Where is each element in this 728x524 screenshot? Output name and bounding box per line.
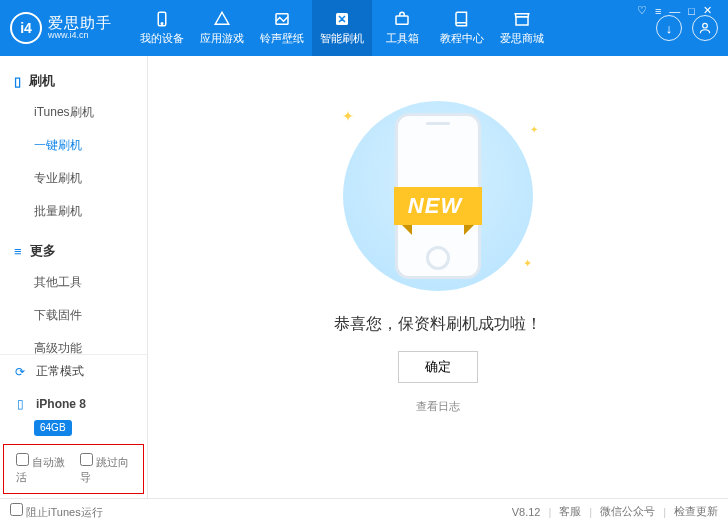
flash-options: 自动激活 跳过向导 bbox=[4, 445, 143, 493]
success-message: 恭喜您，保资料刷机成功啦！ bbox=[334, 314, 542, 335]
store-icon bbox=[513, 10, 531, 28]
tab-tutorials[interactable]: 教程中心 bbox=[432, 0, 492, 56]
refresh-icon: ⟳ bbox=[12, 364, 28, 380]
top-nav: 我的设备 应用游戏 铃声壁纸 智能刷机 工具箱 教程中心 爱思商城 bbox=[132, 0, 648, 56]
close-button[interactable]: ✕ bbox=[703, 4, 712, 17]
footer-link-wechat[interactable]: 微信公众号 bbox=[600, 504, 655, 519]
logo: i4 爱思助手 www.i4.cn bbox=[10, 12, 112, 44]
new-ribbon: NEW bbox=[394, 187, 482, 225]
sidebar-item-batch-flash[interactable]: 批量刷机 bbox=[0, 195, 147, 228]
main: ▯ 刷机 iTunes刷机 一键刷机 专业刷机 批量刷机 ≡ 更多 其他工具 下… bbox=[0, 56, 728, 498]
footer: 阻止iTunes运行 V8.12 | 客服 | 微信公众号 | 检查更新 bbox=[0, 498, 728, 524]
app-title: 爱思助手 bbox=[48, 15, 112, 32]
sparkle-icon: ✦ bbox=[342, 108, 354, 124]
sidebar-item-other-tools[interactable]: 其他工具 bbox=[0, 266, 147, 299]
header-right: ♡ ≡ — □ ✕ ↓ bbox=[656, 15, 718, 41]
menu-icon[interactable]: ≡ bbox=[655, 5, 661, 17]
apps-icon bbox=[213, 10, 231, 28]
tab-my-device[interactable]: 我的设备 bbox=[132, 0, 192, 56]
checkbox-skip-wizard[interactable]: 跳过向导 bbox=[80, 453, 132, 485]
tab-label: 我的设备 bbox=[140, 31, 184, 46]
capacity-badge: 64GB bbox=[34, 420, 72, 436]
device-mode[interactable]: ⟳ 正常模式 bbox=[0, 355, 147, 388]
minimize-button[interactable]: — bbox=[669, 5, 680, 17]
group-title: 刷机 bbox=[29, 72, 55, 90]
cart-icon[interactable]: ♡ bbox=[637, 4, 647, 17]
tab-ringtones[interactable]: 铃声壁纸 bbox=[252, 0, 312, 56]
footer-link-support[interactable]: 客服 bbox=[559, 504, 581, 519]
sidebar-item-download-firmware[interactable]: 下载固件 bbox=[0, 299, 147, 332]
user-icon[interactable] bbox=[692, 15, 718, 41]
flash-icon bbox=[333, 10, 351, 28]
tab-label: 工具箱 bbox=[386, 31, 419, 46]
tab-label: 智能刷机 bbox=[320, 31, 364, 46]
view-log-link[interactable]: 查看日志 bbox=[416, 399, 460, 414]
app-url: www.i4.cn bbox=[48, 31, 112, 41]
maximize-button[interactable]: □ bbox=[688, 5, 695, 17]
svg-rect-4 bbox=[396, 16, 408, 24]
content: ✦ ✦ ✦ NEW 恭喜您，保资料刷机成功啦！ 确定 查看日志 bbox=[148, 56, 728, 498]
sidebar-item-pro-flash[interactable]: 专业刷机 bbox=[0, 162, 147, 195]
tab-apps[interactable]: 应用游戏 bbox=[192, 0, 252, 56]
toolbox-icon bbox=[393, 10, 411, 28]
separator: | bbox=[663, 506, 666, 518]
tab-label: 应用游戏 bbox=[200, 31, 244, 46]
checkbox-auto-activate[interactable]: 自动激活 bbox=[16, 453, 68, 485]
window-controls: ♡ ≡ — □ ✕ bbox=[637, 4, 718, 17]
mode-label: 正常模式 bbox=[36, 363, 84, 380]
svg-point-1 bbox=[161, 23, 163, 25]
tab-toolbox[interactable]: 工具箱 bbox=[372, 0, 432, 56]
tab-label: 教程中心 bbox=[440, 31, 484, 46]
device-info[interactable]: ▯ iPhone 8 64GB bbox=[0, 388, 147, 444]
sidebar-group-more[interactable]: ≡ 更多 bbox=[0, 236, 147, 266]
footer-link-update[interactable]: 检查更新 bbox=[674, 504, 718, 519]
sidebar-item-itunes-flash[interactable]: iTunes刷机 bbox=[0, 96, 147, 129]
tab-store[interactable]: 爱思商城 bbox=[492, 0, 552, 56]
tab-label: 爱思商城 bbox=[500, 31, 544, 46]
wallpaper-icon bbox=[273, 10, 291, 28]
list-icon: ≡ bbox=[14, 244, 22, 259]
separator: | bbox=[548, 506, 551, 518]
tab-flash[interactable]: 智能刷机 bbox=[312, 0, 372, 56]
download-icon[interactable]: ↓ bbox=[656, 15, 682, 41]
sidebar-item-advanced[interactable]: 高级功能 bbox=[0, 332, 147, 354]
group-title: 更多 bbox=[30, 242, 56, 260]
separator: | bbox=[589, 506, 592, 518]
sparkle-icon: ✦ bbox=[523, 257, 532, 270]
sparkle-icon: ✦ bbox=[530, 124, 538, 135]
confirm-button[interactable]: 确定 bbox=[398, 351, 478, 383]
version-label: V8.12 bbox=[512, 506, 541, 518]
svg-point-5 bbox=[703, 23, 708, 28]
phone-icon bbox=[153, 10, 171, 28]
sidebar: ▯ 刷机 iTunes刷机 一键刷机 专业刷机 批量刷机 ≡ 更多 其他工具 下… bbox=[0, 56, 148, 498]
sidebar-item-oneclick-flash[interactable]: 一键刷机 bbox=[0, 129, 147, 162]
highlight-box: 自动激活 跳过向导 bbox=[3, 444, 144, 494]
header: i4 爱思助手 www.i4.cn 我的设备 应用游戏 铃声壁纸 智能刷机 工具… bbox=[0, 0, 728, 56]
book-icon bbox=[453, 10, 471, 28]
success-illustration: ✦ ✦ ✦ NEW bbox=[308, 96, 568, 296]
device-name: iPhone 8 bbox=[36, 397, 86, 411]
checkbox-block-itunes[interactable]: 阻止iTunes运行 bbox=[10, 503, 103, 520]
phone-icon: ▯ bbox=[12, 396, 28, 412]
sidebar-group-flash[interactable]: ▯ 刷机 bbox=[0, 66, 147, 96]
phone-icon: ▯ bbox=[14, 74, 21, 89]
tab-label: 铃声壁纸 bbox=[260, 31, 304, 46]
sidebar-bottom: ⟳ 正常模式 ▯ iPhone 8 64GB 自动激活 跳过向导 bbox=[0, 354, 147, 498]
logo-icon: i4 bbox=[10, 12, 42, 44]
